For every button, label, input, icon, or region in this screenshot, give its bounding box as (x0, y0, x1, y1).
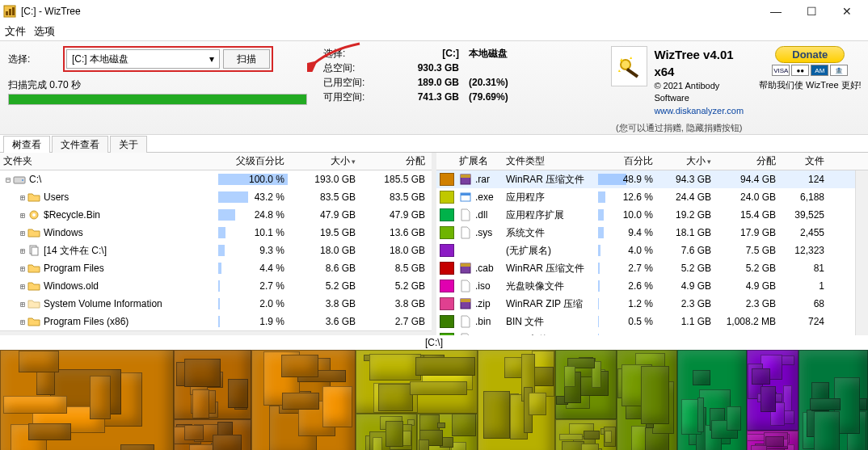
hdr-alloc[interactable]: 分配 (359, 153, 428, 170)
ext-row[interactable]: (无扩展名)4.0 %7.6 GB7.5 GB12,323 (436, 242, 868, 259)
treemap-subblock (564, 366, 575, 387)
folder-row[interactable]: ⊟C:\100.0 %193.0 GB185.5 GB (0, 170, 432, 188)
folder-name: Windows.old (44, 280, 99, 292)
treemap-subblock (584, 431, 600, 439)
donate-button[interactable]: Donate (775, 46, 845, 63)
folder-row[interactable]: ⊞Users43.2 %83.5 GB83.5 GB (0, 188, 432, 206)
ext-size: 862.3 MB (656, 332, 714, 335)
ext-row[interactable]: .rarWinRAR 压缩文件48.9 %94.3 GB94.4 GB124 (436, 170, 868, 188)
ext-files: 1 (779, 279, 828, 293)
hdr-folder[interactable]: 文件夹 (0, 153, 218, 170)
ext-name: .sys (475, 227, 492, 238)
hdr-parent-pct[interactable]: 父级百分比 (218, 153, 288, 170)
folder-name: [14 文件在 C:\] (44, 244, 107, 258)
folder-pct: 24.8 % (255, 209, 284, 221)
menu-file[interactable]: 文件 (5, 24, 26, 39)
ext-alloc: 4.9 GB (714, 279, 779, 293)
ext-row[interactable]: .zipWinRAR ZIP 压缩1.2 %2.3 GB2.3 GB68 (436, 295, 868, 313)
svg-rect-1 (6, 11, 8, 15)
expander-icon[interactable]: ⊞ (18, 300, 27, 309)
folder-alloc: 5.2 GB (359, 279, 428, 293)
treemap-subblock (378, 384, 413, 411)
extension-pane: 扩展名 文件类型 百分比 大小 分配 文件 .rarWinRAR 压缩文件48.… (436, 153, 868, 335)
stat-total-label: 总空间: (323, 61, 388, 75)
vscrollbar-right[interactable] (855, 170, 868, 335)
color-swatch (440, 297, 454, 310)
folder-size: 3.8 GB (288, 296, 359, 311)
expander-icon[interactable]: ⊞ (18, 211, 27, 220)
ext-name: .iso (475, 280, 491, 292)
ext-alloc: 94.4 GB (714, 172, 779, 187)
hdr-type[interactable]: 文件类型 (503, 153, 598, 170)
folder-ghost-icon (27, 297, 40, 310)
hdr-ext[interactable]: 扩展名 (456, 153, 503, 170)
drive-combo[interactable]: [C:] 本地磁盘 ▾ (66, 49, 220, 69)
treemap-subblock (28, 423, 71, 440)
close-button[interactable]: ✕ (829, 0, 865, 23)
ext-row[interactable]: .binBIN 文件0.5 %1.1 GB1,008.2 MB724 (436, 313, 868, 330)
hdr-files[interactable]: 文件 (779, 153, 828, 170)
tab-tree[interactable]: 树查看 (3, 136, 50, 153)
highlight-box: [C:] 本地磁盘 ▾ 扫描 (63, 46, 273, 72)
expander-icon[interactable]: ⊞ (18, 282, 27, 291)
scan-button[interactable]: 扫描 (223, 49, 270, 69)
ext-alloc: 2.3 GB (714, 296, 779, 311)
expander-icon[interactable]: ⊞ (18, 246, 27, 255)
svg-rect-2 (9, 9, 11, 15)
stat-used-label: 已用空间: (323, 76, 388, 90)
ext-alloc: 17.9 GB (714, 225, 779, 240)
expander-icon[interactable]: ⊞ (18, 318, 27, 326)
folder-icon (27, 280, 40, 292)
folder-pct: 1.9 % (259, 316, 284, 327)
hdr-swatch[interactable] (436, 153, 456, 170)
ext-size: 24.4 GB (656, 190, 714, 204)
maximize-button[interactable]: ☐ (794, 0, 829, 23)
ext-type: EDB 文件 (503, 331, 598, 336)
folder-alloc: 2.7 GB (359, 314, 428, 329)
ext-row[interactable]: .cabWinRAR 压缩文件2.7 %5.2 GB5.2 GB81 (436, 259, 868, 277)
hdr-size[interactable]: 大小 (288, 153, 359, 170)
ext-alloc: 24.0 GB (714, 190, 779, 204)
hdr-size-r[interactable]: 大小 (656, 153, 714, 170)
ext-size: 5.2 GB (656, 261, 714, 275)
treemap[interactable]: @ 51CTO博客 (0, 350, 868, 450)
card-icons: VISA ●● AM 🏦 (757, 65, 863, 76)
ext-size: 4.9 GB (656, 279, 714, 293)
treemap-subblock (697, 397, 705, 432)
brand-site-link[interactable]: www.diskanalyzer.com (654, 105, 747, 117)
ext-row[interactable]: .dll应用程序扩展10.0 %19.2 GB15.4 GB39,525 (436, 206, 868, 224)
visa-icon: VISA (772, 65, 790, 76)
tab-files[interactable]: 文件查看 (52, 136, 108, 153)
folder-row[interactable]: ⊞System Volume Information2.0 %3.8 GB3.8… (0, 295, 432, 313)
tab-about[interactable]: 关于 (110, 136, 147, 153)
hscrollbar-left[interactable]: ◂▸ (0, 330, 432, 335)
expander-icon[interactable]: ⊟ (3, 175, 13, 184)
ext-name: .cab (475, 263, 494, 274)
hdr-pct[interactable]: 百分比 (598, 153, 656, 170)
expander-icon[interactable]: ⊞ (18, 264, 27, 273)
expander-icon[interactable]: ⊞ (18, 229, 27, 238)
folder-row[interactable]: ⊞Windows10.1 %19.5 GB13.6 GB (0, 224, 432, 242)
minimize-button[interactable]: ― (758, 0, 794, 23)
ext-row[interactable]: .edbEDB 文件0.4 %862.3 MB141.2 MB15 (436, 330, 868, 335)
menu-options[interactable]: 选项 (34, 24, 55, 39)
expander-icon[interactable]: ⊞ (18, 193, 27, 202)
ext-size: 94.3 GB (656, 172, 714, 187)
ext-name: .dll (475, 209, 487, 221)
folder-row[interactable]: ⊞[14 文件在 C:\]9.3 %18.0 GB18.0 GB (0, 242, 432, 259)
ext-row[interactable]: .iso光盘映像文件2.6 %4.9 GB4.9 GB1 (436, 277, 868, 295)
folder-alloc: 8.5 GB (359, 261, 428, 275)
folder-alloc: 13.6 GB (359, 225, 428, 240)
folder-row[interactable]: ⊞$Recycle.Bin24.8 %47.9 GB47.9 GB (0, 206, 432, 224)
folder-pct: 10.1 % (255, 227, 284, 238)
folder-row[interactable]: ⊞Program Files (x86)1.9 %3.6 GB2.7 GB (0, 313, 432, 330)
ext-row[interactable]: .exe应用程序12.6 %24.4 GB24.0 GB6,188 (436, 188, 868, 206)
folder-row[interactable]: ⊞Program Files4.4 %8.6 GB8.5 GB (0, 259, 432, 277)
treemap-subblock (761, 386, 776, 412)
ext-name: .edb (475, 334, 494, 335)
file-icon (459, 315, 472, 328)
folder-row[interactable]: ⊞Windows.old2.7 %5.2 GB5.2 GB (0, 277, 432, 295)
treemap-subblock (752, 368, 770, 385)
hdr-alloc-r[interactable]: 分配 (714, 153, 779, 170)
ext-row[interactable]: .sys系统文件9.4 %18.1 GB17.9 GB2,455 (436, 224, 868, 242)
